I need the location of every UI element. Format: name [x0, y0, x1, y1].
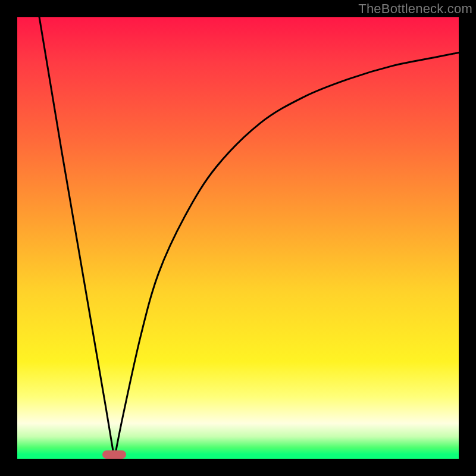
chart-frame: [17, 17, 459, 459]
minimum-marker: [102, 450, 126, 459]
bottleneck-curve: [17, 17, 459, 459]
watermark-text: TheBottleneck.com: [358, 1, 472, 17]
